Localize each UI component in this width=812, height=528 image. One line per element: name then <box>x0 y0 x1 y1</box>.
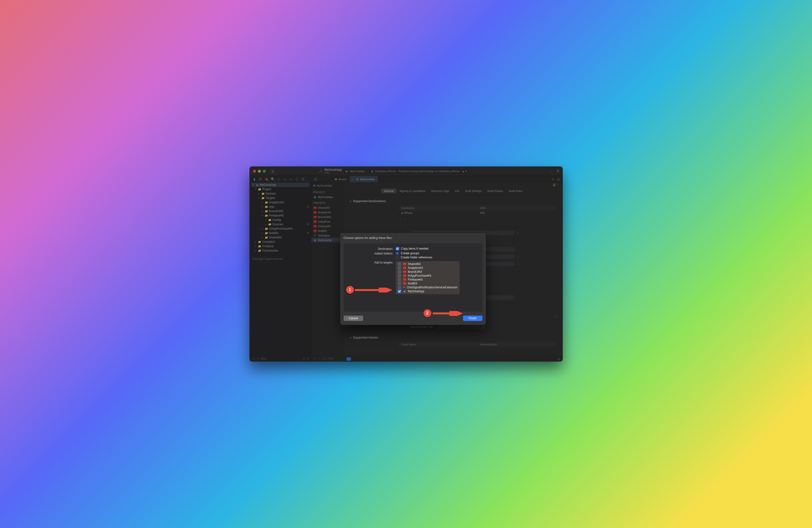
target-label: BrandUIKit <box>408 270 422 274</box>
annotation-arrow-2 <box>433 311 464 316</box>
create-folder-refs-label: Create folder references <box>401 256 432 259</box>
framework-icon: 🧰 <box>403 262 406 266</box>
target-checkbox[interactable] <box>398 266 401 269</box>
target-label: NotifKit <box>408 282 418 285</box>
target-checkbox[interactable] <box>398 274 401 277</box>
framework-icon: 🧰 <box>403 282 406 285</box>
modal-footer: Cancel Finish <box>344 316 482 321</box>
copy-items-checkbox[interactable] <box>396 247 399 250</box>
framework-icon: 🧰 <box>403 270 406 274</box>
modal-body: Destination: Copy items if needed Added … <box>344 244 482 312</box>
framework-icon: 🧰 <box>403 266 406 269</box>
target-label: FirebaseKit <box>408 278 423 281</box>
add-to-targets-label: Add to targets: <box>347 261 393 264</box>
added-folders-label: Added folders: <box>347 252 393 255</box>
extension-icon: ✦ <box>403 286 405 289</box>
app-icon: ◉ <box>403 290 406 293</box>
cancel-button[interactable]: Cancel <box>344 316 363 321</box>
target-label: OneSignalNotificationServiceExtension <box>407 286 458 289</box>
finish-button[interactable]: Finish <box>463 316 482 321</box>
destination-label: Destination: <box>347 247 393 251</box>
target-checkbox-row[interactable]: 🧰AnalyticsKit <box>396 266 460 270</box>
target-checkbox[interactable] <box>398 270 401 274</box>
annotation-arrow-1 <box>355 288 394 293</box>
target-checkbox-row[interactable]: 🧰SharedKit <box>396 262 460 266</box>
target-checkbox[interactable] <box>398 286 401 289</box>
create-groups-radio[interactable] <box>396 252 399 255</box>
target-label: SharedKit <box>408 262 421 266</box>
target-checkbox-row[interactable]: 🧰FirebaseKit <box>396 278 460 281</box>
copy-items-label: Copy items if needed <box>401 247 429 250</box>
target-checkbox[interactable] <box>398 262 401 266</box>
create-groups-label: Create groups <box>401 252 419 255</box>
framework-icon: 🧰 <box>403 274 406 277</box>
target-checkbox-row[interactable]: 🧰BrandUIKit <box>396 270 460 274</box>
framework-icon: 🧰 <box>403 278 406 281</box>
target-checkbox[interactable] <box>398 282 401 285</box>
target-checkbox-row[interactable]: 🧰InAppPurchaseKit <box>396 274 460 278</box>
modal-title: Choose options for adding these files: <box>344 236 482 240</box>
target-checkbox-row[interactable]: ✦OneSignalNotificationServiceExtension <box>396 285 460 289</box>
target-checkbox-row[interactable]: ◉MyGreatApp <box>396 289 460 293</box>
xcode-window: ▥ ⎇ MyGreatApp main ▶ ◉ MyGreatApp 〉 ▮ V… <box>250 166 563 362</box>
target-checkbox-row[interactable]: 🧰NotifKit <box>396 281 460 285</box>
target-label: MyGreatApp <box>408 290 424 293</box>
targets-list: 🧰SharedKit🧰AnalyticsKit🧰BrandUIKit🧰InApp… <box>396 261 460 294</box>
target-label: AnalyticsKit <box>408 266 423 269</box>
target-checkbox[interactable] <box>398 290 401 293</box>
target-label: InAppPurchaseKit <box>408 274 431 277</box>
target-checkbox[interactable] <box>398 278 401 281</box>
create-folder-refs-radio[interactable] <box>396 256 399 259</box>
